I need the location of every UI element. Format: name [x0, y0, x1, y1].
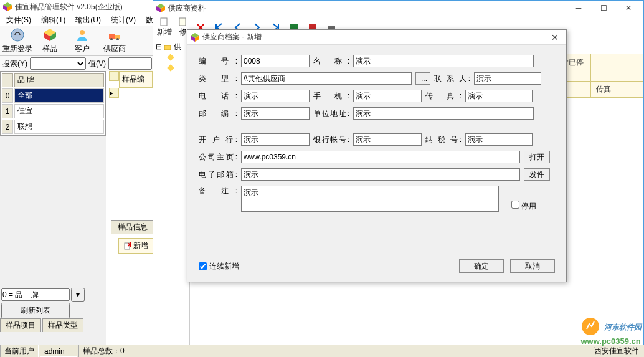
- menu-stats[interactable]: 统计(V): [106, 14, 141, 27]
- sample-code-header[interactable]: 样品编: [119, 71, 153, 88]
- account-input[interactable]: [353, 133, 422, 146]
- continuous-add-check[interactable]: 连续新增: [199, 261, 239, 272]
- row-indicator: [109, 71, 119, 81]
- contact-input[interactable]: [474, 72, 541, 85]
- tab-sample-item[interactable]: 样品项目: [0, 318, 41, 332]
- dialog-title: 供应商档案 - 新增: [202, 32, 546, 42]
- zip-input[interactable]: [241, 107, 310, 120]
- table-row[interactable]: 1佳宜: [2, 104, 104, 118]
- send-email-button[interactable]: 发件: [524, 168, 550, 181]
- name-input[interactable]: [353, 55, 534, 67]
- sample-info-tabs: 样品信息: [111, 220, 154, 234]
- ok-button[interactable]: 确定: [459, 259, 504, 273]
- zip-label: 邮 编:: [199, 108, 237, 119]
- dialog-close-button[interactable]: ✕: [546, 31, 564, 44]
- table-row[interactable]: 2联想: [2, 120, 104, 134]
- mobile-input[interactable]: [353, 90, 422, 102]
- supplier-tree[interactable]: ⊟ 供: [153, 39, 190, 356]
- continuous-checkbox[interactable]: [199, 262, 207, 270]
- remark-input[interactable]: [241, 186, 499, 212]
- value-label: 值(V): [88, 59, 106, 69]
- left-panel: 品 牌 0全部 1佳宜 2联想 ▾ 刷新列表 样品项目 样品类型: [0, 71, 106, 345]
- svg-point-3: [11, 29, 24, 41]
- login-icon: [10, 27, 25, 42]
- tax-input[interactable]: [465, 133, 533, 146]
- type-input[interactable]: [241, 72, 412, 85]
- disabled-checkbox[interactable]: [511, 201, 519, 209]
- remark-label: 备 注:: [199, 186, 237, 196]
- table-row[interactable]: 0全部: [2, 88, 104, 103]
- toolbar-add[interactable]: 新增: [154, 16, 174, 39]
- svg-rect-22: [164, 45, 171, 50]
- fax-label: 传 真:: [425, 91, 462, 102]
- svg-rect-23: [167, 54, 174, 60]
- mid-panel: 样品编 ▸: [109, 71, 153, 345]
- addr-input[interactable]: [353, 107, 534, 120]
- app-icon: [2, 2, 12, 12]
- bank-input[interactable]: [241, 133, 310, 146]
- code-label: 编 号:: [199, 56, 237, 67]
- dropdown-button[interactable]: ▾: [71, 288, 85, 302]
- col-fax[interactable]: 传真: [591, 82, 643, 97]
- code-input[interactable]: [241, 55, 310, 67]
- menu-output[interactable]: 输出(U): [70, 14, 106, 27]
- contact-label: 联 系 人:: [434, 74, 470, 84]
- supplier-add-dialog: 供应商档案 - 新增 ✕ 编 号: 名 称: 类 型: ... 联 系 人: 电…: [187, 29, 567, 282]
- new-icon: [159, 17, 169, 27]
- homepage-input[interactable]: [241, 151, 520, 163]
- footer-company: 西安佳宜软件: [590, 345, 643, 357]
- svg-point-28: [582, 318, 599, 335]
- customer-icon: [75, 27, 90, 42]
- menu-file[interactable]: 文件(S): [1, 14, 36, 27]
- add-new-button[interactable]: ✱ 新增: [118, 238, 154, 254]
- item-icon: [167, 54, 174, 61]
- toolbar-customer[interactable]: 客户: [66, 26, 98, 55]
- edit-icon: [178, 17, 188, 27]
- mobile-label: 手 机:: [313, 91, 349, 102]
- left-tabs: 样品项目 样品类型: [0, 318, 85, 332]
- watermark-icon: [580, 317, 600, 336]
- tab-sample-info[interactable]: 样品信息: [111, 220, 154, 234]
- new-doc-icon: ✱: [124, 242, 131, 250]
- svg-rect-17: [161, 18, 167, 26]
- sample-icon: [42, 27, 57, 42]
- toolbar-supplier[interactable]: 供应商: [98, 26, 131, 55]
- minimize-button[interactable]: ─: [566, 1, 591, 16]
- search-field-select[interactable]: [30, 57, 86, 70]
- disabled-check[interactable]: 停用: [511, 201, 536, 212]
- account-label: 银行帐号:: [313, 135, 349, 145]
- statusbar: 当前用户 admin 样品总数：0 西安佳宜软件: [0, 345, 644, 357]
- tab-sample-type[interactable]: 样品类型: [42, 318, 83, 332]
- fax-input[interactable]: [465, 90, 533, 102]
- type-label: 类 型:: [199, 74, 237, 84]
- dialog-icon: [190, 32, 200, 42]
- svg-point-10: [110, 38, 113, 40]
- phone-input[interactable]: [241, 90, 310, 102]
- toolbar-relogin[interactable]: 重新登录: [1, 26, 34, 55]
- bank-label: 开 户 行:: [199, 135, 237, 145]
- maximize-button[interactable]: ☐: [591, 1, 616, 16]
- svg-point-11: [116, 38, 119, 40]
- brand-table: 品 牌 0全部 1佳宜 2联想: [0, 71, 106, 136]
- open-homepage-button[interactable]: 打开: [524, 151, 550, 163]
- brand-header[interactable]: 品 牌: [14, 73, 104, 87]
- svg-rect-8: [109, 34, 115, 39]
- cancel-button[interactable]: 取消: [510, 259, 555, 273]
- type-browse-button[interactable]: ...: [415, 72, 430, 85]
- email-input[interactable]: [241, 168, 520, 181]
- status-user-label: 当前用户: [0, 345, 39, 357]
- toolbar-sample[interactable]: 样品: [34, 26, 66, 55]
- folder-icon: [164, 44, 171, 51]
- name-label: 名 称:: [313, 56, 349, 67]
- homepage-label: 公司主页:: [199, 152, 237, 163]
- svg-point-7: [80, 30, 85, 35]
- menu-edit[interactable]: 编辑(T): [36, 14, 70, 27]
- search-value-input[interactable]: [108, 57, 152, 70]
- refresh-button[interactable]: 刷新列表: [1, 303, 70, 318]
- status-total: 样品总数：0: [78, 345, 153, 357]
- email-label: 电子邮箱:: [199, 169, 237, 180]
- close-button[interactable]: ✕: [616, 1, 641, 16]
- count-input[interactable]: [1, 288, 70, 301]
- search-label: 搜索(Y): [2, 59, 27, 69]
- supplier-title: 供应商资料: [168, 3, 566, 14]
